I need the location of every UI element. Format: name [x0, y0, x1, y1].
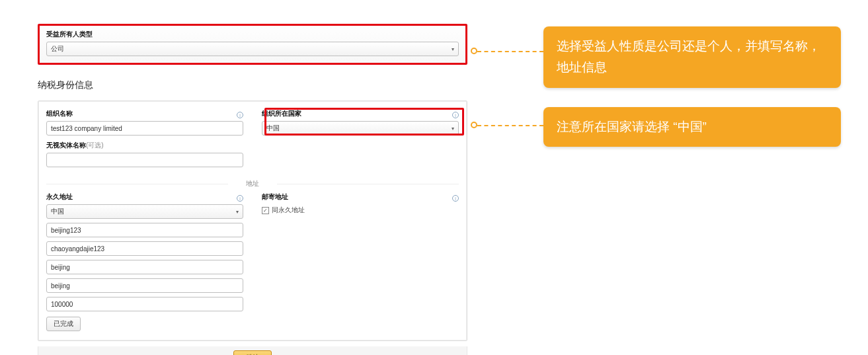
same-as-perm-label: 同永久地址	[272, 206, 305, 215]
perm-city-input[interactable]: beijing	[46, 260, 243, 274]
connector-line	[477, 51, 543, 52]
chevron-down-icon: ▾	[452, 46, 454, 52]
mail-address-label: 邮寄地址	[262, 192, 288, 202]
connector-line	[477, 125, 543, 126]
perm-postal-input[interactable]: 100000	[46, 297, 243, 311]
perm-state-input[interactable]: beijing	[46, 278, 243, 293]
same-as-perm-checkbox[interactable]: ✓ 同永久地址	[262, 206, 459, 215]
beneficiary-type-select[interactable]: 公司 ▾	[46, 42, 459, 56]
info-icon[interactable]: i	[237, 112, 243, 118]
info-icon[interactable]: i	[237, 195, 243, 202]
perm-address-label: 永久地址	[46, 192, 73, 202]
connector-dot-icon	[471, 48, 477, 54]
footer-bar: 继续	[38, 346, 467, 355]
checkbox-checked-icon: ✓	[262, 207, 269, 214]
beneficiary-type-value: 公司	[51, 44, 64, 54]
callout-country: 注意所在国家请选择 “中国”	[543, 107, 841, 147]
perm-country-value: 中国	[51, 207, 64, 216]
beneficiary-type-label: 受益所有人类型	[46, 30, 459, 39]
org-country-select[interactable]: 中国 ▾	[262, 121, 459, 136]
continue-button[interactable]: 继续	[233, 350, 272, 356]
beneficiary-type-section: 受益所有人类型 公司 ▾	[38, 24, 467, 65]
perm-done-button[interactable]: 已完成	[46, 317, 81, 331]
address-subheader: 地址	[46, 179, 459, 188]
perm-country-select[interactable]: 中国 ▾	[46, 204, 243, 219]
chevron-down-icon: ▾	[452, 126, 454, 132]
tax-info-heading: 纳税身份信息	[38, 79, 467, 91]
info-icon[interactable]: i	[452, 112, 459, 118]
org-country-value: 中国	[266, 124, 280, 133]
org-name-input[interactable]: test123 company limited	[46, 121, 243, 136]
org-name-label: 组织名称	[46, 109, 73, 118]
info-icon[interactable]: i	[452, 195, 459, 202]
disregarded-label: 无视实体名称(可选)	[46, 141, 243, 150]
callout-beneficiary: 选择受益人性质是公司还是个人，并填写名称，地址信息	[543, 26, 841, 88]
org-country-label: 组织所在国家	[262, 109, 301, 118]
perm-line2-input[interactable]: chaoyangdajie123	[46, 241, 243, 256]
perm-line1-input[interactable]: beijing123	[46, 223, 243, 237]
connector-dot-icon	[471, 122, 477, 128]
tax-info-panel: 组织名称 i test123 company limited 无视实体名称(可选…	[38, 100, 467, 341]
chevron-down-icon: ▾	[236, 209, 239, 215]
org-name-value: test123 company limited	[51, 125, 122, 132]
disregarded-input[interactable]	[46, 153, 243, 167]
